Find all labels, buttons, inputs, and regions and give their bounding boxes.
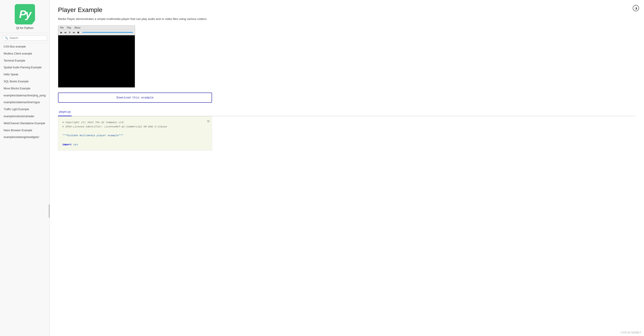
play-button[interactable]: ▶: [60, 31, 63, 34]
player-screen: [58, 35, 135, 87]
player-controls: ▶ ⏮ ⏸ ⏭ ⏹: [58, 30, 135, 35]
download-button[interactable]: Download this example: [58, 93, 212, 103]
sidebar-nav-item[interactable]: Nano Browser Example: [0, 127, 50, 134]
pause-button[interactable]: ⏸: [68, 31, 71, 34]
stop-button[interactable]: ⏹: [76, 31, 80, 34]
sidebar-nav-item[interactable]: CAN Bus example: [0, 43, 50, 50]
nav-list: CAN Bus exampleModbus Client exampleTerm…: [0, 43, 50, 141]
main-content: ◑ Player Example Media Player demonstrat…: [50, 0, 644, 336]
search-area: 🔍: [0, 33, 50, 43]
player-preview: FilePlayAbout ▶ ⏮ ⏸ ⏭ ⏹: [58, 25, 135, 88]
sidebar-nav-item[interactable]: Move Blocks Example: [0, 85, 50, 92]
player-menu-item[interactable]: About: [74, 26, 80, 29]
sidebar-nav-item[interactable]: Terminal Example: [0, 57, 50, 64]
player-menu-item[interactable]: File: [60, 26, 64, 29]
sidebar-nav-item[interactable]: WebChannel Standalone Example: [0, 120, 50, 127]
skip-back-button[interactable]: ⏮: [64, 31, 67, 34]
watermark: CSDN @不能用数字: [621, 331, 641, 334]
code-tab[interactable]: player.py: [58, 108, 72, 116]
sidebar-nav-item[interactable]: examples/statemachine/ping_pong: [0, 92, 50, 99]
nav-list-wrapper: CAN Bus exampleModbus Client exampleTerm…: [0, 43, 50, 336]
code-line: [62, 138, 208, 142]
copy-icon[interactable]: ⧉: [207, 119, 210, 124]
search-icon: 🔍: [5, 36, 8, 40]
search-box[interactable]: 🔍: [3, 35, 47, 41]
sidebar-nav-item[interactable]: Modbus Client example: [0, 50, 50, 57]
code-line: import sys: [62, 142, 208, 147]
skip-forward-button[interactable]: ⏭: [72, 31, 76, 34]
scrollbar-thumb: [49, 204, 50, 218]
logo-area: Py Qt for Python: [0, 0, 50, 33]
code-line: # SPDX-License-Identifier: LicenseRef-Qt…: [62, 125, 208, 129]
code-content: # Copyright (C) 2022 The Qt Company Ltd.…: [62, 120, 208, 147]
sidebar-nav-item[interactable]: examples/webenginewidgets/: [0, 134, 50, 141]
sidebar-scrollbar[interactable]: [49, 43, 50, 336]
search-input[interactable]: [10, 36, 45, 40]
theme-toggle-button[interactable]: ◑: [633, 5, 639, 11]
logo-icon: Py: [15, 4, 35, 24]
code-tabs: player.py: [58, 108, 636, 116]
code-line: """PySide6 Multimedia player example""": [62, 133, 208, 138]
player-menubar: FilePlayAbout: [58, 26, 135, 30]
sidebar-nav-item[interactable]: Hello Speak: [0, 71, 50, 78]
code-line: [62, 129, 208, 134]
sidebar-nav-item[interactable]: SQL Books Example: [0, 78, 50, 85]
logo-text: Py: [19, 9, 30, 20]
page-description: Media Player demonstrates a simple multi…: [58, 17, 216, 21]
sidebar-nav-item[interactable]: examples/statemachine/rogue: [0, 99, 50, 106]
code-block: ⧉ # Copyright (C) 2022 The Qt Company Lt…: [58, 116, 212, 151]
player-progress-bar[interactable]: [82, 32, 133, 33]
sidebar-nav-item[interactable]: examples/uitools/uiloader: [0, 113, 50, 120]
sidebar: Py Qt for Python 🔍 CAN Bus exampleModbus…: [0, 0, 50, 336]
player-menu-item[interactable]: Play: [67, 26, 71, 29]
sidebar-title: Qt for Python: [16, 26, 34, 30]
code-line: # Copyright (C) 2022 The Qt Company Ltd.: [62, 120, 208, 125]
page-title: Player Example: [58, 6, 636, 13]
sidebar-nav-item[interactable]: Traffic Light Example: [0, 106, 50, 113]
sidebar-nav-item[interactable]: Spatial Audio Panning Example: [0, 64, 50, 71]
